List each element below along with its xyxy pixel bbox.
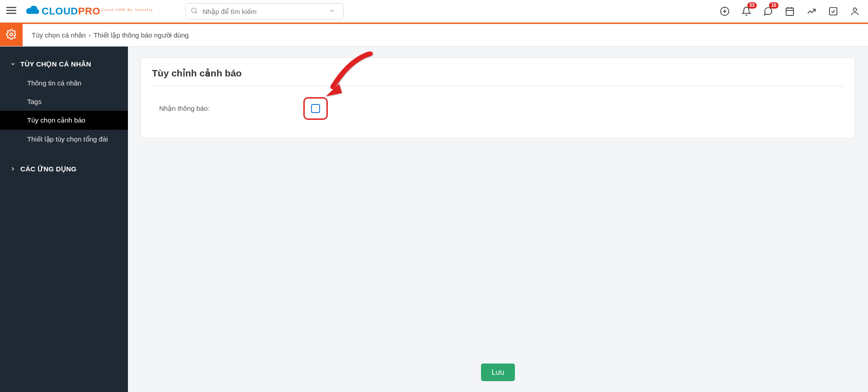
- svg-rect-8: [786, 8, 794, 15]
- breadcrumb: Tùy chọn cá nhân › Thiết lập thông báo n…: [23, 24, 189, 46]
- gear-icon: [6, 29, 17, 41]
- chevron-right-icon: [10, 165, 16, 173]
- checkbox-highlight: [303, 97, 328, 120]
- topbar-right: 53 10: [720, 6, 860, 16]
- svg-point-14: [10, 33, 13, 36]
- profile-button[interactable]: [850, 6, 860, 16]
- messages-button[interactable]: 10: [763, 6, 773, 16]
- chevron-down-icon: [10, 61, 16, 68]
- logo-subtitle: Cloud CRM By Industry: [101, 8, 153, 11]
- search-icon: [190, 7, 202, 16]
- cloud-icon: [25, 4, 41, 18]
- quick-add-button[interactable]: [720, 6, 730, 16]
- search-dropdown-button[interactable]: [329, 8, 339, 15]
- alert-settings-card: Tùy chỉnh cảnh báo Nhận thông báo:: [141, 57, 855, 138]
- reports-button[interactable]: [807, 6, 816, 16]
- logo[interactable]: CLOUDPRO Cloud CRM By Industry: [25, 4, 152, 18]
- breadcrumb-current: Thiết lập thông báo người dùng: [94, 31, 189, 39]
- menu-toggle-button[interactable]: [0, 0, 23, 23]
- card-title: Tùy chỉnh cảnh báo: [152, 68, 844, 79]
- receive-notification-checkbox[interactable]: [311, 104, 320, 113]
- sidebar-item[interactable]: Thiết lập tùy chọn tổng đài: [0, 130, 128, 149]
- receive-notification-row: Nhận thông báo:: [152, 97, 844, 120]
- topbar: CLOUDPRO Cloud CRM By Industry 53 10: [0, 0, 868, 23]
- svg-rect-12: [830, 7, 837, 15]
- breadcrumb-parent[interactable]: Tùy chọn cá nhân: [32, 31, 86, 39]
- svg-point-13: [853, 8, 856, 11]
- messages-badge: 10: [769, 2, 778, 9]
- sidebar-item[interactable]: Tags: [0, 92, 128, 111]
- breadcrumb-row: Tùy chọn cá nhân › Thiết lập thông báo n…: [0, 24, 868, 47]
- settings-button[interactable]: [0, 24, 23, 46]
- tasks-button[interactable]: [828, 6, 838, 16]
- sidebar-group-title: TÙY CHỌN CÁ NHÂN: [20, 60, 91, 68]
- sidebar-group-personal: TÙY CHỌN CÁ NHÂN Thông tin cá nhânTagsTù…: [0, 55, 128, 149]
- notifications-badge: 53: [747, 2, 757, 9]
- sidebar-item[interactable]: Thông tin cá nhân: [0, 74, 128, 92]
- sidebar-group-apps-header[interactable]: CÁC ỨNG DỤNG: [0, 160, 128, 179]
- action-bar: Lưu: [141, 354, 855, 381]
- search-input[interactable]: [202, 7, 329, 16]
- hamburger-icon: [5, 5, 17, 18]
- divider: [152, 86, 844, 86]
- sidebar-item[interactable]: Tùy chọn cảnh báo: [0, 111, 128, 130]
- settings-sidebar: TÙY CHỌN CÁ NHÂN Thông tin cá nhânTagsTù…: [0, 47, 128, 392]
- main-content: Tùy chỉnh cảnh báo Nhận thông báo:: [128, 47, 868, 392]
- sidebar-group-title: CÁC ỨNG DỤNG: [20, 165, 76, 173]
- sidebar-group-personal-header[interactable]: TÙY CHỌN CÁ NHÂN: [0, 55, 128, 74]
- save-button[interactable]: Lưu: [481, 364, 515, 381]
- global-search[interactable]: [185, 3, 344, 19]
- chevron-right-icon: ›: [89, 31, 91, 39]
- calendar-button[interactable]: [785, 6, 795, 16]
- logo-text: CLOUDPRO: [42, 6, 100, 16]
- svg-point-3: [192, 8, 196, 13]
- svg-line-4: [196, 12, 197, 14]
- notifications-button[interactable]: 53: [741, 6, 751, 16]
- field-label: Nhận thông báo:: [152, 104, 303, 113]
- sidebar-group-apps: CÁC ỨNG DỤNG: [0, 160, 128, 179]
